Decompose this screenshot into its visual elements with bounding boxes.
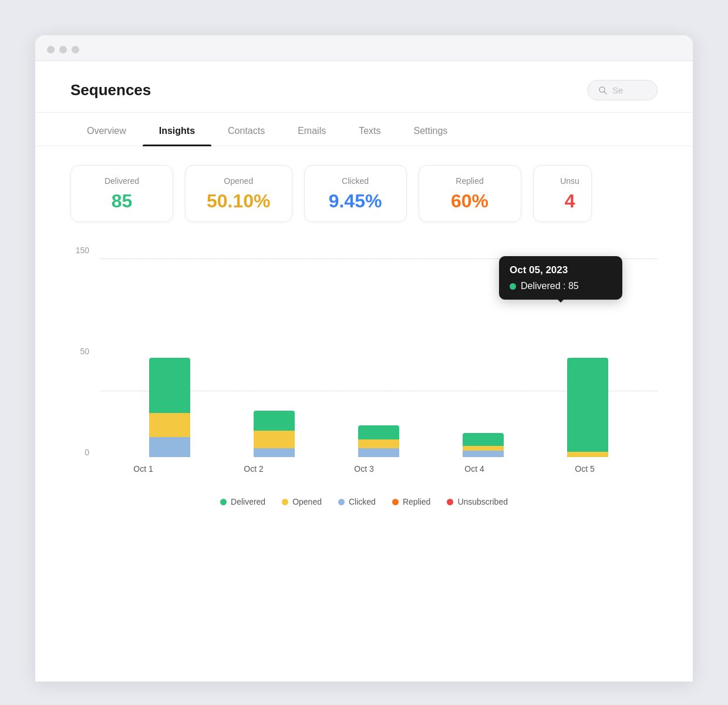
y-label-0: 0 xyxy=(70,448,94,457)
legend-item-delivered: Delivered xyxy=(220,497,265,506)
x-label-oct3: Oct 3 xyxy=(309,457,419,474)
tooltip: Oct 05, 2023 Delivered : 85 xyxy=(499,256,622,300)
window-dot-2 xyxy=(59,46,67,53)
legend-dot xyxy=(220,499,227,505)
metric-opened: Opened 50.10% xyxy=(185,165,292,222)
bar-segment-delivered xyxy=(463,433,504,446)
tabs-row: Overview Insights Contacts Emails Texts … xyxy=(35,113,693,146)
bar-stack-5 xyxy=(567,358,608,457)
tooltip-item: Delivered : 85 xyxy=(510,281,609,291)
svg-line-1 xyxy=(604,92,606,94)
tab-emails[interactable]: Emails xyxy=(281,113,342,146)
browser-titlebar xyxy=(35,35,693,61)
tooltip-label: Delivered : 85 xyxy=(521,281,579,291)
legend-label: Replied xyxy=(403,497,430,506)
bar-stack-4 xyxy=(463,433,504,457)
bar-segment-opened xyxy=(358,439,399,448)
y-axis-labels: 0 50 150 xyxy=(70,246,94,457)
bar-segment-clicked xyxy=(149,437,190,457)
metric-clicked-value: 9.45% xyxy=(326,190,385,212)
bar-segment-opened xyxy=(254,431,295,448)
metric-clicked-label: Clicked xyxy=(326,176,385,186)
search-icon xyxy=(598,86,608,95)
legend-item-opened: Opened xyxy=(282,497,322,506)
legend-dot xyxy=(392,499,399,505)
bar-segment-delivered xyxy=(567,358,608,451)
tooltip-date: Oct 05, 2023 xyxy=(510,264,609,276)
bar-segment-clicked xyxy=(358,448,399,457)
bar-segment-opened xyxy=(463,446,504,451)
window-dot-3 xyxy=(72,46,79,53)
x-label-oct2: Oct 2 xyxy=(198,457,309,474)
metric-delivered: Delivered 85 xyxy=(70,165,173,222)
tab-texts[interactable]: Texts xyxy=(342,113,397,146)
bar-segment-delivered xyxy=(358,425,399,439)
bar-segment-delivered xyxy=(254,411,295,431)
legend-label: Opened xyxy=(292,497,322,506)
metric-unsub-value: 4 xyxy=(555,190,585,212)
metric-delivered-label: Delivered xyxy=(92,176,151,186)
bar-group-2 xyxy=(222,411,326,457)
metric-clicked: Clicked 9.45% xyxy=(304,165,407,222)
bar-group-4 xyxy=(431,433,535,457)
browser-content: Sequences Se Overview Insights Contacts … xyxy=(35,61,693,537)
page-title: Sequences xyxy=(70,81,151,99)
tab-contacts[interactable]: Contacts xyxy=(211,113,281,146)
bar-stack-2 xyxy=(254,411,295,457)
x-label-oct1: Oct 1 xyxy=(88,457,198,474)
tooltip-dot xyxy=(510,283,516,290)
tab-overview[interactable]: Overview xyxy=(70,113,143,146)
window-dot-1 xyxy=(47,46,55,53)
metric-delivered-value: 85 xyxy=(92,190,151,212)
chart-container: Oct 05, 2023 Delivered : 85 0 50 150 xyxy=(70,246,658,492)
metric-opened-label: Opened xyxy=(207,176,271,186)
page-header: Sequences Se xyxy=(35,61,693,113)
legend-dot xyxy=(338,499,345,505)
x-label-oct5: Oct 5 xyxy=(530,457,640,474)
legend-item-replied: Replied xyxy=(392,497,430,506)
metric-replied-label: Replied xyxy=(440,176,500,186)
legend-label: Clicked xyxy=(349,497,376,506)
bar-segment-clicked xyxy=(463,451,504,457)
legend-dot xyxy=(447,499,453,505)
chart-area: Oct 05, 2023 Delivered : 85 0 50 150 xyxy=(35,234,693,537)
bar-segment-delivered xyxy=(149,358,190,413)
bar-stack-1 xyxy=(149,358,190,457)
bar-group-1 xyxy=(117,358,222,457)
bar-group-5 xyxy=(535,358,640,457)
bar-segment-clicked xyxy=(254,448,295,457)
x-label-oct4: Oct 4 xyxy=(419,457,530,474)
legend-item-unsubscribed: Unsubscribed xyxy=(447,497,508,506)
metric-unsub-label: Unsu xyxy=(555,176,585,186)
y-label-150: 150 xyxy=(70,246,94,255)
bar-group-3 xyxy=(326,425,431,457)
bar-segment-opened xyxy=(567,452,608,457)
bar-segment-opened xyxy=(149,413,190,437)
legend-dot xyxy=(282,499,288,505)
metric-opened-value: 50.10% xyxy=(207,190,271,212)
bar-stack-3 xyxy=(358,425,399,457)
metric-unsubscribed: Unsu 4 xyxy=(533,165,592,222)
x-axis: Oct 1 Oct 2 Oct 3 Oct 4 Oct 5 xyxy=(70,457,658,492)
metric-replied-value: 60% xyxy=(440,190,500,212)
tab-insights[interactable]: Insights xyxy=(143,113,211,146)
metrics-row: Delivered 85 Opened 50.10% Clicked 9.45%… xyxy=(35,146,693,234)
search-placeholder: Se xyxy=(612,85,623,95)
metric-replied: Replied 60% xyxy=(419,165,521,222)
y-label-50: 50 xyxy=(70,347,94,356)
browser-window: Sequences Se Overview Insights Contacts … xyxy=(35,35,693,682)
legend-row: DeliveredOpenedClickedRepliedUnsubscribe… xyxy=(70,492,658,525)
tab-settings[interactable]: Settings xyxy=(397,113,464,146)
legend-item-clicked: Clicked xyxy=(338,497,376,506)
search-box[interactable]: Se xyxy=(587,80,658,100)
legend-label: Unsubscribed xyxy=(457,497,508,506)
legend-label: Delivered xyxy=(231,497,265,506)
